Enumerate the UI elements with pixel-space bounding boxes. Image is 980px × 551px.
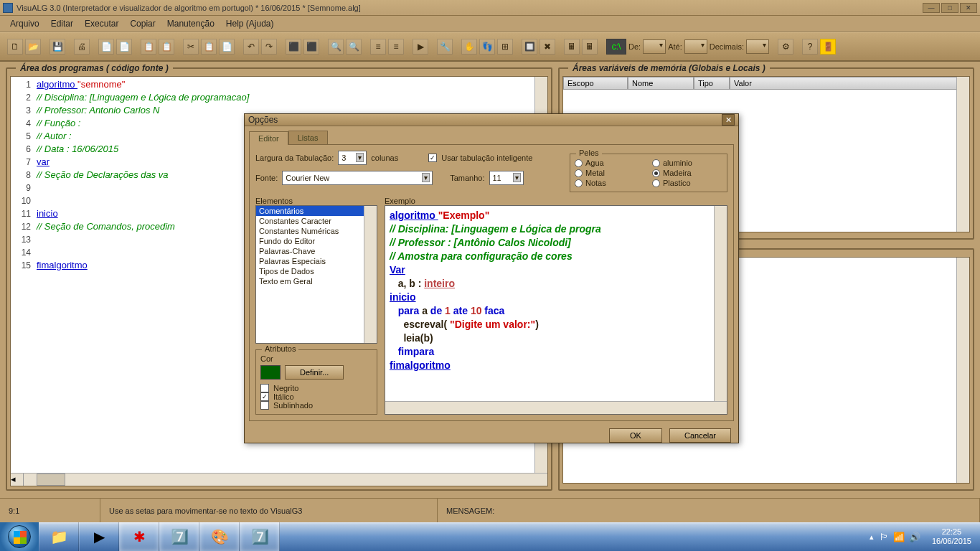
tool-icon[interactable]: 🖩 [582, 39, 598, 55]
col-tipo[interactable]: Tipo [694, 77, 730, 90]
redo-icon[interactable]: ↷ [261, 39, 277, 55]
v-scrollbar[interactable] [714, 206, 727, 414]
decimais-combo[interactable] [746, 39, 769, 54]
negrito-checkbox[interactable] [260, 384, 269, 392]
tool-icon[interactable]: 🖩 [564, 39, 580, 55]
list-item[interactable]: Fundo do Editor [256, 236, 377, 246]
list-item[interactable]: Palavras Especiais [256, 256, 377, 266]
italico-checkbox[interactable] [260, 392, 269, 401]
clock[interactable]: 22:25 16/06/2015 [926, 527, 977, 546]
maximize-button[interactable]: □ [941, 3, 958, 13]
minimize-button[interactable]: — [923, 3, 940, 13]
print-icon[interactable]: 🖨 [74, 39, 90, 55]
cancel-button[interactable]: Cancelar [669, 428, 731, 443]
tool-icon[interactable]: 📋 [159, 39, 174, 55]
v-scrollbar[interactable] [956, 77, 969, 232]
task-app3[interactable]: 7️⃣ [240, 522, 280, 551]
task-app2[interactable]: 7️⃣ [159, 522, 199, 551]
undo-icon[interactable]: ↶ [243, 39, 259, 55]
col-valor[interactable]: Valor [730, 77, 969, 90]
v-scrollbar[interactable] [364, 206, 377, 343]
tool-icon[interactable]: ⊞ [497, 39, 513, 55]
dos-icon[interactable]: c:\ [606, 39, 626, 55]
tool-icon[interactable]: ≡ [388, 39, 404, 55]
tray-chevron-icon[interactable]: ▴ [870, 532, 874, 542]
de-combo[interactable] [643, 39, 666, 54]
col-escopo[interactable]: Escopo [563, 77, 628, 90]
task-media[interactable]: ▶ [79, 522, 119, 551]
radio-madeira[interactable] [652, 169, 660, 177]
network-icon[interactable]: 📶 [893, 532, 905, 542]
app-icon [3, 3, 13, 13]
h-scrollbar[interactable]: ◂ [11, 473, 547, 486]
tab-listas[interactable]: Listas [288, 131, 328, 144]
radio-plastico[interactable] [652, 179, 660, 187]
v-scrollbar[interactable] [956, 258, 969, 483]
usar-tab-checkbox[interactable] [428, 154, 437, 162]
tool-icon[interactable]: 📄 [98, 39, 114, 55]
tool-icon[interactable]: ⬛ [286, 39, 301, 55]
list-item[interactable]: Tipos de Dados [256, 266, 377, 276]
volume-icon[interactable]: 🔊 [909, 532, 920, 542]
tamanho-label: Tamanho: [450, 174, 484, 182]
fonte-combo[interactable]: Courier New [282, 171, 433, 185]
radio-notas[interactable] [575, 179, 583, 187]
paste-icon[interactable]: 📄 [219, 39, 235, 55]
new-icon[interactable]: 🗋 [7, 39, 23, 55]
task-paint[interactable]: 🎨 [199, 522, 240, 551]
color-swatch[interactable] [260, 365, 281, 380]
dialog-titlebar[interactable]: Opções ✕ [245, 114, 738, 126]
menu-executar[interactable]: Executar [79, 17, 124, 30]
tool-icon[interactable]: 🔍 [346, 39, 362, 55]
tool-icon[interactable]: 📋 [141, 39, 156, 55]
menu-editar[interactable]: Editar [45, 17, 79, 30]
start-button[interactable] [0, 522, 39, 551]
close-button[interactable]: ✕ [960, 3, 977, 13]
tool-icon[interactable]: ✖ [540, 39, 555, 55]
h-scrollbar[interactable] [385, 401, 727, 414]
tool-icon[interactable]: ⬛ [303, 39, 319, 55]
exit-icon[interactable]: 🚪 [820, 39, 836, 55]
sublinhado-checkbox[interactable] [260, 401, 269, 410]
tool-icon[interactable]: 📄 [116, 39, 132, 55]
flag-icon[interactable]: 🏳 [880, 532, 889, 542]
definir-button[interactable]: Definir... [285, 365, 344, 380]
task-explorer[interactable]: 📁 [39, 522, 79, 551]
dialog-close-button[interactable]: ✕ [722, 114, 735, 126]
tool-icon[interactable]: ▶ [413, 39, 428, 55]
menu-manutencao[interactable]: Manutenção [161, 17, 220, 30]
copy-icon[interactable]: 📋 [201, 39, 217, 55]
largura-combo[interactable]: 3 [338, 151, 367, 165]
radio-metal[interactable] [575, 169, 583, 177]
radio-agua[interactable] [575, 159, 583, 167]
find-icon[interactable]: 🔍 [328, 39, 344, 55]
elementos-listbox[interactable]: Comentários Constantes Caracter Constant… [255, 205, 377, 344]
tamanho-combo[interactable]: 11 [489, 171, 524, 185]
cut-icon[interactable]: ✂ [183, 39, 199, 55]
save-icon[interactable]: 💾 [50, 39, 65, 55]
help-icon[interactable]: ? [802, 39, 818, 55]
list-item[interactable]: Texto em Geral [256, 276, 377, 286]
tab-editor[interactable]: Editor [249, 131, 288, 145]
menu-arquivo[interactable]: Arquivo [4, 17, 45, 30]
tool-icon[interactable]: ✋ [461, 39, 477, 55]
radio-aluminio[interactable] [652, 159, 660, 167]
tool-icon[interactable]: 👣 [479, 39, 495, 55]
menu-help[interactable]: Help (Ajuda) [220, 17, 280, 30]
settings-icon[interactable]: ⚙ [778, 39, 793, 55]
code-panel-title: Área dos programas ( código fonte ) [16, 63, 173, 73]
list-item[interactable]: Constantes Caracter [256, 216, 377, 226]
col-nome[interactable]: Nome [628, 77, 694, 90]
tool-icon[interactable]: ≡ [370, 39, 386, 55]
line-gutter: 123 456 789 101112 131415 [11, 77, 34, 486]
list-item[interactable]: Palavras-Chave [256, 246, 377, 256]
tool-icon[interactable]: 🔲 [522, 39, 537, 55]
open-icon[interactable]: 📂 [25, 39, 41, 55]
list-item[interactable]: Comentários [256, 206, 377, 216]
task-app1[interactable]: ✱ [119, 522, 159, 551]
list-item[interactable]: Constantes Numéricas [256, 226, 377, 236]
ok-button[interactable]: OK [609, 428, 662, 443]
tool-icon[interactable]: 🔧 [437, 39, 453, 55]
menu-copiar[interactable]: Copiar [124, 17, 161, 30]
ate-combo[interactable] [684, 39, 707, 54]
